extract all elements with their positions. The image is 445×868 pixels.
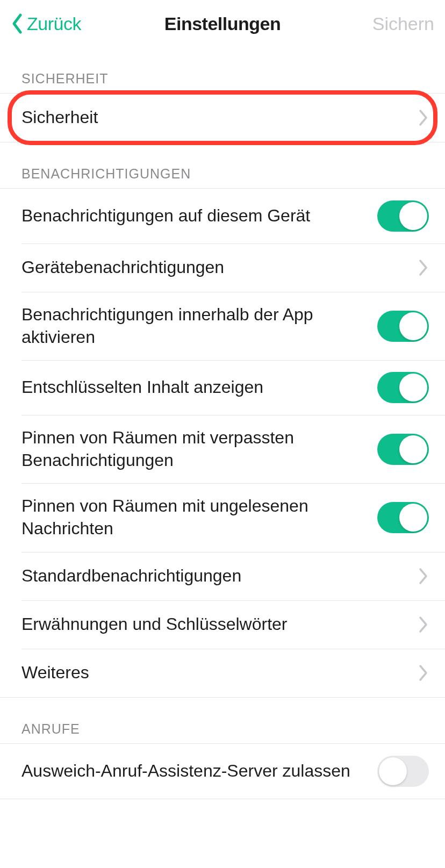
row-default-notifications[interactable]: Standardbenachrichtigungen [0,552,445,600]
row-label: Weiteres [21,662,418,684]
section-header-calls: ANRUFE [0,698,445,743]
row-security[interactable]: Sicherheit [0,94,445,142]
back-button[interactable]: Zurück [11,13,107,34]
save-button[interactable]: Sichern [338,13,434,34]
row-label: Benachrichtigungen innerhalb der App akt… [21,304,377,348]
row-label: Ausweich-Anruf-Assistenz-Server zulassen [21,760,377,783]
chevron-right-icon [418,109,429,127]
row-label: Entschlüsselten Inhalt anzeigen [21,376,377,399]
toggle-notifications-device[interactable] [377,200,429,232]
row-label: Sicherheit [21,106,418,129]
toggle-inapp-notifications[interactable] [377,311,429,342]
chevron-left-icon [11,13,24,34]
section-header-notifications: BENACHRICHTIGUNGEN [0,142,445,188]
row-show-decrypted[interactable]: Entschlüsselten Inhalt anzeigen [0,360,445,415]
row-label: Erwähnungen und Schlüsselwörter [21,613,418,636]
notifications-list: Benachrichtigungen auf diesem Gerät Gerä… [0,188,445,698]
toggle-pin-unread[interactable] [377,502,429,533]
toggle-show-decrypted[interactable] [377,372,429,403]
chevron-right-icon [418,664,429,682]
row-device-notifications[interactable]: Gerätebenachrichtigungen [0,243,445,292]
row-label: Benachrichtigungen auf diesem Gerät [21,205,377,227]
row-label: Standardbenachrichtigungen [21,565,418,587]
security-list: Sicherheit [0,93,445,142]
calls-list: Ausweich-Anruf-Assistenz-Server zulassen [0,743,445,799]
row-label: Pinnen von Räumen mit verpassten Benachr… [21,427,377,471]
row-pin-missed[interactable]: Pinnen von Räumen mit verpassten Benachr… [0,415,445,483]
chevron-right-icon [418,615,429,634]
row-pin-unread[interactable]: Pinnen von Räumen mit ungelesenen Nachri… [0,483,445,551]
row-label: Pinnen von Räumen mit ungelesenen Nachri… [21,495,377,540]
section-header-security: SICHERHEIT [0,47,445,93]
row-notifications-device[interactable]: Benachrichtigungen auf diesem Gerät [0,189,445,243]
row-mentions-keywords[interactable]: Erwähnungen und Schlüsselwörter [0,600,445,649]
row-other[interactable]: Weiteres [0,649,445,697]
chevron-right-icon [418,567,429,585]
page-title: Einstellungen [107,13,338,34]
back-label: Zurück [27,13,81,34]
chevron-right-icon [418,259,429,277]
row-label: Gerätebenachrichtigungen [21,256,418,279]
row-fallback-call-assist[interactable]: Ausweich-Anruf-Assistenz-Server zulassen [0,744,445,799]
toggle-pin-missed[interactable] [377,434,429,465]
row-inapp-notifications[interactable]: Benachrichtigungen innerhalb der App akt… [0,292,445,360]
nav-bar: Zurück Einstellungen Sichern [0,0,445,47]
toggle-fallback-call-assist[interactable] [377,756,429,787]
